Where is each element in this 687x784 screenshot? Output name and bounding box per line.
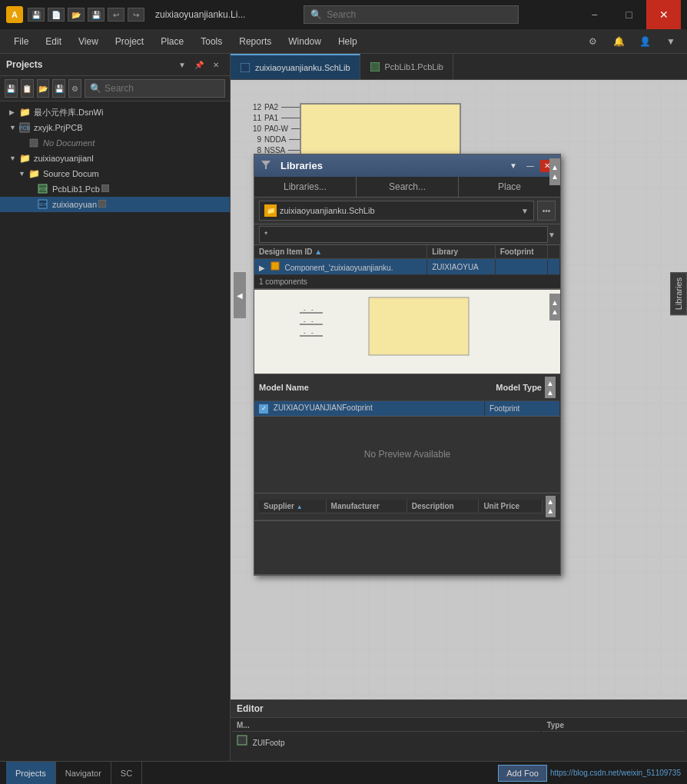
lib-library-dropdown[interactable]: 📁 zuixiaoyuanjianku.SchLib ▼ (259, 201, 534, 221)
menu-reports[interactable]: Reports (231, 33, 279, 50)
nodoc-icon (28, 137, 40, 149)
lib-supplier-col-supplier: Supplier ▲ (259, 500, 326, 513)
bottom-collapse-arrow[interactable]: ▲▲ (549, 158, 560, 185)
status-tab-sc[interactable]: SC (111, 762, 142, 784)
status-tab-navigator[interactable]: Navigator (56, 762, 111, 784)
lib-panel-title: Libraries (280, 160, 502, 171)
menu-file[interactable]: File (6, 33, 36, 50)
title-search-input[interactable] (327, 9, 480, 20)
settings-btn[interactable]: ⚙ (68, 79, 81, 98)
project-icon: 📁 (18, 106, 31, 118)
lib-table-row-1[interactable]: ▶ Component_'zuixiaoyuanjianku. ZUIXIAOY… (254, 259, 560, 275)
save2-icon[interactable]: 💾 (88, 8, 105, 22)
lib-filter-arrow-icon: ▼ (548, 231, 556, 239)
tab-schlib[interactable]: zuixiaoyuanjianku.SchLib (231, 54, 360, 79)
tree-item-source-docum[interactable]: ▼ 📁 Source Docum (0, 166, 230, 181)
projects-search-input[interactable] (105, 83, 220, 94)
projects-toolbar: 💾 📋 📂 💾 ⚙ 🔍 (0, 76, 230, 101)
svg-text:-: - (311, 317, 314, 324)
tree-item-zuixiaoyuan[interactable]: SCH zuixiaoyuan (0, 197, 230, 212)
menu-place[interactable]: Place (153, 33, 191, 50)
svg-rect-9 (241, 63, 250, 72)
lib-filter-input[interactable]: * (259, 226, 548, 243)
panel-filter-icon[interactable]: ▼ (174, 57, 190, 72)
close-button[interactable]: ✕ (646, 0, 681, 29)
save-icon[interactable]: 💾 (28, 8, 45, 22)
lib-filter-input-row: * ▼ (254, 224, 560, 245)
editor-panel: Editor M... Type ZUIFootp (231, 699, 687, 761)
editor-row-1[interactable]: ZUIFootp (232, 733, 685, 749)
tree-item-prjpcb[interactable]: ▼ PCB zxyjk.PrjPCB (0, 120, 230, 135)
status-url[interactable]: https://blog.csdn.net/weixin_51109735 (550, 769, 681, 777)
save-doc-button[interactable]: 💾 (5, 79, 18, 98)
tree-arrow-source: ▼ (18, 170, 28, 178)
menu-project[interactable]: Project (108, 33, 151, 50)
tree-label-zuixiaoyuan: zuixiaoyuan (52, 200, 97, 209)
panel-pin-icon[interactable]: 📌 (191, 57, 207, 72)
lib-no-preview: No Preview Available ▲▲ (254, 417, 560, 493)
maximize-button[interactable]: □ (612, 0, 646, 29)
editor-cell-type-value (542, 733, 685, 749)
tab-pcblib[interactable]: PcbLib1.PcbLib (360, 54, 453, 79)
search-icon: 🔍 (310, 9, 322, 20)
open-icon[interactable]: 📂 (68, 8, 85, 22)
tab-schlib-label: zuixiaoyuanjianku.SchLib (255, 63, 350, 72)
model-collapse-arrow[interactable]: ▲▲ (545, 377, 556, 398)
menu-help[interactable]: Help (330, 33, 365, 50)
projects-search-icon: 🔍 (90, 83, 101, 94)
notifications-icon[interactable]: 🔔 (609, 32, 629, 51)
lib-model-name-value: ZUIXIAOYUANJIANFootprint (274, 404, 373, 412)
settings-icon[interactable]: ⚙ (582, 32, 602, 51)
save-folder-button[interactable]: 💾 (52, 79, 65, 98)
lib-supplier-table: Supplier ▲ Manufacturer Description Unit… (259, 500, 543, 513)
lib-pin-btn[interactable]: — (523, 160, 537, 172)
title-search-box[interactable]: 🔍 (304, 5, 519, 24)
open-folder-button[interactable]: 📂 (37, 79, 50, 98)
main-layout: Projects ▼ 📌 ✕ 💾 📋 📂 💾 ⚙ 🔍 ▶ 📁 (0, 54, 687, 761)
menu-chevron-icon[interactable]: ▼ (661, 32, 681, 51)
menu-edit[interactable]: Edit (38, 33, 69, 50)
lib-filter-btn[interactable]: ▼ (506, 160, 520, 172)
panel-close-icon[interactable]: ✕ (208, 57, 224, 72)
nav-arrow-left[interactable]: ◀ (234, 272, 246, 318)
lib-tab-search[interactable]: Search... (357, 177, 459, 197)
model-checkbox[interactable]: ✓ (259, 404, 268, 414)
user-icon[interactable]: 👤 (635, 32, 655, 51)
lib-model-cell-type: Footprint (484, 401, 559, 416)
collapse-double-icon: ▲▲ (551, 298, 559, 316)
status-tab-projects[interactable]: Projects (6, 762, 56, 784)
supplier-collapse-arrow[interactable]: ▲▲ (546, 496, 556, 517)
lib-header-buttons: ▼ — ✕ (506, 160, 554, 172)
bottom-collapse-icon: ▲▲ (551, 163, 559, 181)
redo-icon[interactable]: ↪ (128, 8, 144, 22)
menu-tools[interactable]: Tools (193, 33, 230, 50)
model-collapse-icon: ▲▲ (546, 379, 554, 397)
lib-row-comp-icon (270, 264, 282, 272)
lib-bottom-area: ▲▲ (254, 521, 560, 575)
menu-bar: File Edit View Project Place Tools Repor… (0, 29, 687, 54)
libraries-tab[interactable]: Libraries (670, 272, 687, 315)
lib-cell-design-item: ▶ Component_'zuixiaoyuanjianku. (254, 259, 427, 275)
copy-button[interactable]: 📋 (21, 79, 34, 98)
menu-view[interactable]: View (71, 33, 106, 50)
add-footprint-button[interactable]: Add Foo (498, 765, 547, 782)
projects-search-box[interactable]: 🔍 (85, 79, 225, 98)
lib-model-row-1[interactable]: ✓ ZUIXIAOYUANJIANFootprint Footprint (254, 401, 560, 416)
minimize-button[interactable]: − (577, 0, 612, 29)
newdoc-icon[interactable]: 📄 (48, 8, 65, 22)
lib-dropdown-more-btn[interactable]: ••• (537, 201, 556, 221)
tree-item-dsnwi[interactable]: ▶ 📁 最小元件库.DsnWi (0, 105, 230, 120)
lib-tab-place[interactable]: Place (459, 177, 560, 197)
undo-icon[interactable]: ↩ (108, 8, 124, 22)
lib-col-footprint: Footprint (495, 245, 547, 259)
title-controls: − □ ✕ (577, 0, 681, 29)
lib-cell-expand (548, 259, 560, 275)
tree-item-pcblib[interactable]: PCB PcbLib1.Pcb (0, 181, 230, 197)
preview-collapse-arrow[interactable]: ▲▲ (549, 294, 560, 321)
lib-filter-header-icon (261, 159, 271, 172)
lib-cell-library: ZUIXIAOYUA (427, 259, 495, 275)
lib-tab-libraries[interactable]: Libraries... (254, 177, 357, 197)
tree-item-nodoc[interactable]: No Document (0, 135, 230, 151)
menu-window[interactable]: Window (280, 33, 329, 50)
tree-item-zuixiao-root[interactable]: ▼ 📁 zuixiaoyuanjianl (0, 151, 230, 166)
